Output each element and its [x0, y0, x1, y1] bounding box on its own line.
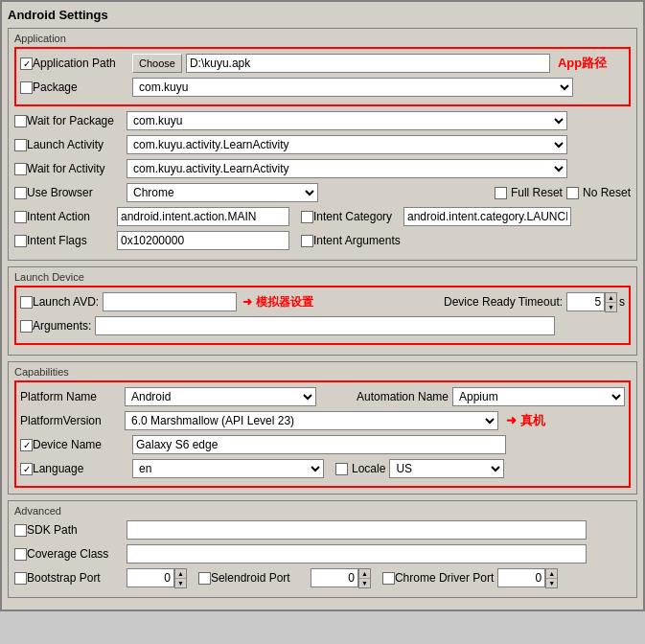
intent-action-input[interactable] — [117, 207, 289, 226]
intent-category-label: Intent Category — [313, 210, 400, 223]
app-path-annotation: App路径 — [558, 55, 607, 72]
intent-action-checkbox[interactable] — [14, 211, 27, 223]
launch-avd-checkbox[interactable] — [20, 296, 33, 309]
selendroid-port-checkbox[interactable] — [198, 572, 211, 585]
bootstrap-port-spinner[interactable]: ▲ ▼ — [174, 568, 187, 588]
spinner-up[interactable]: ▲ — [175, 569, 186, 579]
arguments-checkbox[interactable] — [20, 320, 33, 333]
platform-version-select[interactable]: 6.0 Marshmallow (API Level 23) — [125, 411, 498, 430]
device-name-input[interactable] — [132, 435, 506, 454]
dialog-title: Android Settings — [8, 8, 637, 22]
full-reset-label: Full Reset — [511, 186, 563, 199]
chrome-driver-port-spinner[interactable]: ▲ ▼ — [545, 568, 558, 588]
chrome-driver-port-checkbox[interactable] — [382, 572, 395, 585]
sdk-path-checkbox[interactable] — [14, 524, 27, 537]
wait-activity-label: Wait for Activity — [27, 162, 123, 175]
bootstrap-port-checkbox[interactable] — [14, 572, 27, 585]
choose-button[interactable]: Choose — [132, 54, 182, 73]
seconds-label: s — [619, 295, 625, 309]
intent-flags-label: Intent Flags — [27, 234, 113, 247]
coverage-class-input[interactable] — [127, 544, 587, 564]
wait-package-label: Wait for Package — [27, 114, 123, 127]
wait-activity-checkbox[interactable] — [14, 163, 27, 175]
language-label: Language — [33, 462, 128, 475]
chrome-driver-port-label: Chrome Driver Port — [395, 571, 494, 585]
full-reset-checkbox[interactable] — [495, 187, 507, 199]
intent-action-label: Intent Action — [27, 210, 113, 223]
launch-activity-select[interactable]: com.kuyu.activity.LearnActivity — [127, 135, 567, 154]
selendroid-port-input[interactable] — [311, 568, 358, 587]
wait-package-select[interactable]: com.kuyu — [127, 111, 567, 130]
browser-select[interactable]: Chrome — [127, 183, 318, 202]
intent-category-input[interactable] — [403, 207, 571, 226]
intent-category-checkbox[interactable] — [301, 211, 313, 223]
intent-flags-input[interactable] — [117, 231, 289, 250]
automation-name-label: Automation Name — [357, 390, 449, 403]
intent-args-label: Intent Arguments — [313, 234, 401, 247]
application-section-label: Application — [14, 33, 631, 44]
automation-name-select[interactable]: Appium — [452, 387, 625, 406]
device-ready-spinner[interactable]: ▲ ▼ — [605, 292, 617, 312]
spinner-down[interactable]: ▼ — [606, 303, 616, 311]
locale-label: Locale — [352, 462, 385, 475]
selendroid-port-label: Selendroid Port — [211, 571, 307, 585]
intent-flags-checkbox[interactable] — [14, 235, 27, 247]
spinner-down[interactable]: ▼ — [359, 579, 370, 587]
launch-avd-label: Launch AVD: — [33, 295, 99, 309]
app-path-input[interactable] — [186, 54, 550, 73]
bootstrap-port-input[interactable] — [127, 568, 174, 587]
wait-package-checkbox[interactable] — [14, 115, 27, 127]
no-reset-label: No Reset — [583, 186, 631, 199]
sdk-path-label: SDK Path — [27, 523, 123, 537]
coverage-class-checkbox[interactable] — [14, 548, 27, 561]
arguments-label: Arguments: — [33, 319, 91, 333]
launch-activity-label: Launch Activity — [27, 138, 123, 151]
launch-activity-checkbox[interactable] — [14, 139, 27, 151]
device-name-checkbox[interactable] — [20, 439, 33, 451]
language-select[interactable]: en — [132, 459, 324, 478]
launch-device-section-label: Launch Device — [14, 271, 631, 283]
chrome-driver-port-input[interactable] — [497, 568, 545, 587]
spinner-down[interactable]: ▼ — [175, 579, 186, 587]
intent-args-checkbox[interactable] — [301, 235, 313, 247]
advanced-section-label: Advanced — [14, 505, 631, 517]
use-browser-label: Use Browser — [27, 186, 123, 199]
sdk-path-input[interactable] — [127, 520, 587, 540]
language-checkbox[interactable] — [20, 463, 33, 475]
device-ready-input[interactable] — [566, 292, 605, 311]
spinner-down[interactable]: ▼ — [546, 579, 557, 587]
platform-name-select[interactable]: Android — [125, 387, 316, 406]
coverage-class-label: Coverage Class — [27, 547, 123, 561]
wait-activity-select[interactable]: com.kuyu.activity.LearnActivity — [127, 159, 567, 178]
platform-version-label: PlatformVersion — [20, 414, 121, 427]
spinner-up[interactable]: ▲ — [546, 569, 557, 579]
real-device-annotation: ➜ 真机 — [506, 412, 545, 429]
spinner-up[interactable]: ▲ — [606, 293, 616, 303]
bootstrap-port-label: Bootstrap Port — [27, 571, 123, 585]
capabilities-section-label: Capabilities — [14, 366, 631, 378]
locale-checkbox[interactable] — [335, 463, 348, 475]
spinner-up[interactable]: ▲ — [359, 569, 370, 579]
use-browser-checkbox[interactable] — [14, 187, 27, 199]
app-path-label: Application Path — [33, 57, 128, 70]
package-select[interactable]: com.kuyu — [132, 78, 573, 97]
no-reset-checkbox[interactable] — [566, 187, 579, 199]
app-path-checkbox[interactable] — [20, 58, 33, 70]
package-label: Package — [33, 80, 128, 94]
device-name-label: Device Name — [33, 438, 128, 451]
launch-avd-input[interactable] — [103, 292, 237, 311]
device-ready-label: Device Ready Timeout: — [444, 295, 563, 309]
arguments-input[interactable] — [95, 316, 555, 335]
platform-name-label: Platform Name — [20, 390, 121, 403]
simulator-annotation: ➜ 模拟器设置 — [242, 294, 312, 310]
locale-select[interactable]: US — [389, 459, 504, 478]
selendroid-port-spinner[interactable]: ▲ ▼ — [358, 568, 371, 588]
package-checkbox[interactable] — [20, 81, 33, 94]
